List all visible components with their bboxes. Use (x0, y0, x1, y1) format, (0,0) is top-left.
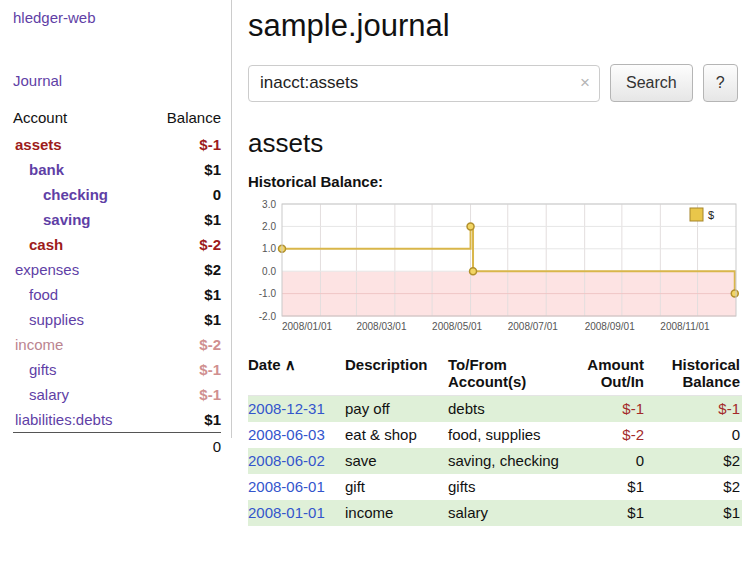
sidebar-account-bank: bank $1 (13, 157, 221, 182)
account-balance: $1 (148, 407, 221, 433)
account-balance: $2 (148, 257, 221, 282)
svg-text:-1.0: -1.0 (259, 288, 277, 299)
register-header-date[interactable]: Date ∧ (248, 354, 345, 396)
main-content: sample.journal × Search ? assets Histori… (248, 0, 742, 526)
accounts-header-row: Account Balance (13, 105, 221, 132)
register-row: 2008-06-02 save saving, checking 0 $2 (248, 448, 742, 474)
accounts-table: Account Balance assets $-1 bank $1 check… (13, 105, 221, 459)
svg-text:3.0: 3.0 (262, 199, 276, 210)
transaction-accounts: debts (448, 396, 570, 423)
search-input[interactable] (248, 65, 600, 102)
transaction-amount: $-2 (570, 422, 654, 448)
accounts-header-balance: Balance (148, 105, 221, 132)
account-balance: $-2 (148, 332, 221, 357)
account-link-liabilities-debts[interactable]: liabilities:debts (15, 411, 113, 428)
search-form: × Search ? (248, 64, 742, 102)
account-link-cash[interactable]: cash (29, 236, 63, 253)
transaction-amount: $1 (570, 474, 654, 500)
svg-text:-2.0: -2.0 (259, 311, 277, 322)
svg-text:2008/09/01: 2008/09/01 (585, 321, 635, 332)
clear-search-icon[interactable]: × (580, 73, 590, 93)
svg-text:1.0: 1.0 (262, 243, 276, 254)
sort-asc-icon: ∧ (285, 356, 296, 373)
register-row: 2008-06-01 gift gifts $1 $2 (248, 474, 742, 500)
transaction-accounts: salary (448, 500, 570, 526)
sidebar-account-supplies: supplies $1 (13, 307, 221, 332)
account-link-supplies[interactable]: supplies (29, 311, 84, 328)
svg-text:2008/11/01: 2008/11/01 (660, 321, 710, 332)
sidebar-account-liabilities-debts: liabilities:debts $1 (13, 407, 221, 433)
transaction-description: pay off (345, 396, 448, 423)
account-balance: $1 (148, 157, 221, 182)
transaction-amount: $1 (570, 500, 654, 526)
sidebar-account-income: income $-2 (13, 332, 221, 357)
transaction-accounts: saving, checking (448, 448, 570, 474)
transaction-balance: $1 (654, 500, 742, 526)
transaction-description: eat & shop (345, 422, 448, 448)
account-link-salary[interactable]: salary (29, 386, 69, 403)
account-balance: $1 (148, 307, 221, 332)
svg-text:2008/07/01: 2008/07/01 (508, 321, 558, 332)
accounts-header-account: Account (13, 105, 148, 132)
account-balance: $-1 (148, 132, 221, 157)
transaction-balance: $-1 (654, 396, 742, 423)
register-row: 2008-01-01 income salary $1 $1 (248, 500, 742, 526)
accounts-total-row: 0 (13, 433, 221, 460)
account-balance: $1 (148, 207, 221, 232)
register-header-description: Description (345, 354, 448, 396)
transaction-date-link[interactable]: 2008-06-02 (248, 452, 325, 469)
register-header-row: Date ∧ Description To/From Account(s) Am… (248, 354, 742, 396)
account-heading: assets (248, 128, 742, 159)
account-link-expenses[interactable]: expenses (15, 261, 79, 278)
nav-journal-link[interactable]: Journal (13, 72, 62, 89)
account-balance: $-1 (148, 382, 221, 407)
account-link-saving[interactable]: saving (43, 211, 91, 228)
svg-text:2008/05/01: 2008/05/01 (432, 321, 482, 332)
transaction-description: save (345, 448, 448, 474)
register-header-balance: Historical Balance (654, 354, 742, 396)
search-button[interactable]: Search (610, 64, 693, 102)
transaction-description: income (345, 500, 448, 526)
transaction-amount: 0 (570, 448, 654, 474)
page-title: sample.journal (248, 8, 742, 44)
account-link-income[interactable]: income (15, 336, 63, 353)
register-row: 2008-06-03 eat & shop food, supplies $-2… (248, 422, 742, 448)
transaction-amount: $-1 (570, 396, 654, 423)
app-brand: hledger-web (13, 9, 221, 26)
transaction-description: gift (345, 474, 448, 500)
transaction-date-link[interactable]: 2008-12-31 (248, 400, 325, 417)
chart-heading: Historical Balance: (248, 173, 742, 190)
transaction-accounts: food, supplies (448, 422, 570, 448)
sidebar: hledger-web Journal Account Balance asse… (0, 0, 232, 438)
transaction-date-link[interactable]: 2008-06-03 (248, 426, 325, 443)
app-brand-link[interactable]: hledger-web (13, 9, 96, 26)
sidebar-account-cash: cash $-2 (13, 232, 221, 257)
account-balance: $-1 (148, 357, 221, 382)
sidebar-account-saving: saving $1 (13, 207, 221, 232)
register-header-amount: Amount Out/In (570, 354, 654, 396)
account-link-assets[interactable]: assets (15, 136, 62, 153)
sidebar-account-checking: checking 0 (13, 182, 221, 207)
search-help-button[interactable]: ? (703, 64, 738, 102)
sidebar-account-expenses: expenses $2 (13, 257, 221, 282)
accounts-total-balance: 0 (148, 433, 221, 460)
svg-text:0.0: 0.0 (262, 266, 276, 277)
transaction-balance: $2 (654, 474, 742, 500)
account-link-checking[interactable]: checking (43, 186, 108, 203)
account-balance: $1 (148, 282, 221, 307)
account-link-food[interactable]: food (29, 286, 58, 303)
svg-text:2.0: 2.0 (262, 221, 276, 232)
account-balance: 0 (148, 182, 221, 207)
svg-text:$: $ (708, 209, 714, 221)
sidebar-account-food: food $1 (13, 282, 221, 307)
account-link-bank[interactable]: bank (29, 161, 64, 178)
sidebar-account-salary: salary $-1 (13, 382, 221, 407)
account-link-gifts[interactable]: gifts (29, 361, 57, 378)
register-row: 2008-12-31 pay off debts $-1 $-1 (248, 396, 742, 423)
nav-journal: Journal (13, 72, 221, 89)
date-header-label: Date (248, 356, 281, 373)
svg-text:2008/03/01: 2008/03/01 (356, 321, 406, 332)
account-balance: $-2 (148, 232, 221, 257)
transaction-date-link[interactable]: 2008-01-01 (248, 504, 325, 521)
transaction-date-link[interactable]: 2008-06-01 (248, 478, 325, 495)
